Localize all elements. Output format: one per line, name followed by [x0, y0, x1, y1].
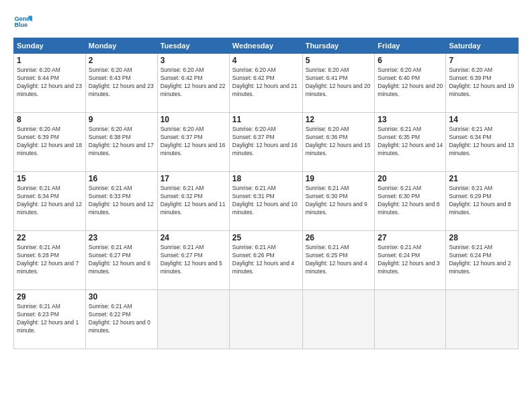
calendar-cell: 8Sunrise: 6:20 AMSunset: 6:39 PMDaylight…	[14, 113, 86, 172]
calendar-cell: 12Sunrise: 6:20 AMSunset: 6:36 PMDayligh…	[302, 113, 375, 172]
logo: General Blue	[13, 12, 35, 31]
day-detail: Sunrise: 6:20 AMSunset: 6:37 PMDaylight:…	[232, 126, 300, 158]
day-detail: Sunrise: 6:21 AMSunset: 6:28 PMDaylight:…	[17, 244, 83, 276]
calendar-cell: 11Sunrise: 6:20 AMSunset: 6:37 PMDayligh…	[229, 113, 302, 172]
day-number: 29	[17, 292, 83, 302]
day-detail: Sunrise: 6:21 AMSunset: 6:27 PMDaylight:…	[161, 244, 226, 276]
day-number: 26	[306, 233, 372, 242]
calendar-week-5: 29Sunrise: 6:21 AMSunset: 6:23 PMDayligh…	[14, 290, 519, 349]
calendar-cell: 29Sunrise: 6:21 AMSunset: 6:23 PMDayligh…	[14, 290, 86, 349]
day-number: 9	[89, 115, 154, 124]
calendar-week-1: 1Sunrise: 6:20 AMSunset: 6:44 PMDaylight…	[14, 54, 519, 113]
day-detail: Sunrise: 6:21 AMSunset: 6:25 PMDaylight:…	[306, 244, 372, 276]
header-thursday: Thursday	[302, 38, 375, 54]
day-number: 24	[161, 233, 226, 242]
day-number: 4	[232, 56, 300, 65]
calendar-cell: 2Sunrise: 6:20 AMSunset: 6:43 PMDaylight…	[85, 54, 157, 113]
day-detail: Sunrise: 6:21 AMSunset: 6:23 PMDaylight:…	[17, 303, 83, 335]
calendar-cell: 13Sunrise: 6:21 AMSunset: 6:35 PMDayligh…	[375, 113, 446, 172]
day-number: 12	[306, 115, 372, 124]
day-number: 11	[232, 115, 300, 124]
calendar-cell: 16Sunrise: 6:21 AMSunset: 6:33 PMDayligh…	[85, 172, 157, 231]
day-detail: Sunrise: 6:21 AMSunset: 6:31 PMDaylight:…	[232, 185, 300, 217]
day-number: 7	[449, 56, 515, 65]
calendar-cell: 9Sunrise: 6:20 AMSunset: 6:38 PMDaylight…	[85, 113, 157, 172]
calendar-cell: 17Sunrise: 6:21 AMSunset: 6:32 PMDayligh…	[157, 172, 229, 231]
calendar-cell	[157, 290, 229, 349]
calendar-cell: 24Sunrise: 6:21 AMSunset: 6:27 PMDayligh…	[157, 231, 229, 290]
calendar-cell: 10Sunrise: 6:20 AMSunset: 6:37 PMDayligh…	[157, 113, 229, 172]
day-detail: Sunrise: 6:21 AMSunset: 6:26 PMDaylight:…	[232, 244, 300, 276]
day-detail: Sunrise: 6:21 AMSunset: 6:34 PMDaylight:…	[17, 185, 83, 217]
day-number: 27	[378, 233, 443, 242]
calendar-cell: 7Sunrise: 6:20 AMSunset: 6:39 PMDaylight…	[446, 54, 519, 113]
weekday-header-row: Sunday Monday Tuesday Wednesday Thursday…	[14, 38, 519, 54]
day-detail: Sunrise: 6:20 AMSunset: 6:42 PMDaylight:…	[232, 66, 300, 99]
calendar-cell	[302, 290, 375, 349]
calendar-page: General Blue Sunday Monday Tuesday Wedne…	[0, 0, 532, 411]
day-number: 6	[378, 56, 443, 65]
day-number: 13	[378, 115, 443, 124]
day-number: 28	[449, 233, 515, 242]
calendar-week-4: 22Sunrise: 6:21 AMSunset: 6:28 PMDayligh…	[14, 231, 519, 290]
day-detail: Sunrise: 6:20 AMSunset: 6:36 PMDaylight:…	[306, 126, 372, 158]
day-number: 5	[306, 56, 372, 65]
calendar-cell: 3Sunrise: 6:20 AMSunset: 6:42 PMDaylight…	[157, 54, 229, 113]
header-sunday: Sunday	[14, 38, 86, 54]
calendar-week-3: 15Sunrise: 6:21 AMSunset: 6:34 PMDayligh…	[14, 172, 519, 231]
day-number: 18	[232, 174, 300, 183]
day-number: 25	[232, 233, 300, 242]
header-monday: Monday	[85, 38, 157, 54]
day-detail: Sunrise: 6:20 AMSunset: 6:39 PMDaylight:…	[17, 126, 83, 158]
calendar-cell: 25Sunrise: 6:21 AMSunset: 6:26 PMDayligh…	[229, 231, 302, 290]
day-detail: Sunrise: 6:20 AMSunset: 6:41 PMDaylight:…	[306, 66, 372, 99]
calendar-week-2: 8Sunrise: 6:20 AMSunset: 6:39 PMDaylight…	[14, 113, 519, 172]
calendar-cell	[375, 290, 446, 349]
calendar-cell: 20Sunrise: 6:21 AMSunset: 6:30 PMDayligh…	[375, 172, 446, 231]
day-detail: Sunrise: 6:20 AMSunset: 6:40 PMDaylight:…	[378, 66, 443, 99]
day-detail: Sunrise: 6:21 AMSunset: 6:30 PMDaylight:…	[306, 185, 372, 217]
day-detail: Sunrise: 6:20 AMSunset: 6:38 PMDaylight:…	[89, 126, 154, 158]
day-number: 10	[161, 115, 226, 124]
calendar-cell: 28Sunrise: 6:21 AMSunset: 6:24 PMDayligh…	[446, 231, 519, 290]
day-number: 17	[161, 174, 226, 183]
header-friday: Friday	[375, 38, 446, 54]
day-detail: Sunrise: 6:21 AMSunset: 6:33 PMDaylight:…	[89, 185, 154, 217]
calendar-cell: 23Sunrise: 6:21 AMSunset: 6:27 PMDayligh…	[85, 231, 157, 290]
day-number: 14	[449, 115, 515, 124]
day-detail: Sunrise: 6:20 AMSunset: 6:44 PMDaylight:…	[17, 66, 83, 99]
day-detail: Sunrise: 6:21 AMSunset: 6:35 PMDaylight:…	[378, 126, 443, 158]
day-detail: Sunrise: 6:21 AMSunset: 6:32 PMDaylight:…	[161, 185, 226, 217]
day-detail: Sunrise: 6:21 AMSunset: 6:24 PMDaylight:…	[449, 244, 515, 276]
day-number: 1	[17, 56, 83, 65]
day-detail: Sunrise: 6:20 AMSunset: 6:39 PMDaylight:…	[449, 66, 515, 99]
day-number: 15	[17, 174, 83, 183]
day-detail: Sunrise: 6:21 AMSunset: 6:27 PMDaylight:…	[89, 244, 154, 276]
calendar-cell: 4Sunrise: 6:20 AMSunset: 6:42 PMDaylight…	[229, 54, 302, 113]
calendar-cell: 30Sunrise: 6:21 AMSunset: 6:22 PMDayligh…	[85, 290, 157, 349]
day-number: 20	[378, 174, 443, 183]
calendar-cell: 19Sunrise: 6:21 AMSunset: 6:30 PMDayligh…	[302, 172, 375, 231]
day-number: 19	[306, 174, 372, 183]
calendar-table: Sunday Monday Tuesday Wednesday Thursday…	[13, 38, 519, 349]
header-tuesday: Tuesday	[157, 38, 229, 54]
day-detail: Sunrise: 6:21 AMSunset: 6:24 PMDaylight:…	[378, 244, 443, 276]
day-detail: Sunrise: 6:20 AMSunset: 6:42 PMDaylight:…	[161, 66, 226, 99]
calendar-cell: 18Sunrise: 6:21 AMSunset: 6:31 PMDayligh…	[229, 172, 302, 231]
day-number: 3	[161, 56, 226, 65]
header-saturday: Saturday	[446, 38, 519, 54]
header: General Blue	[13, 12, 519, 31]
calendar-cell: 6Sunrise: 6:20 AMSunset: 6:40 PMDaylight…	[375, 54, 446, 113]
svg-text:Blue: Blue	[14, 21, 28, 28]
day-number: 23	[89, 233, 154, 242]
day-number: 2	[89, 56, 154, 65]
day-detail: Sunrise: 6:21 AMSunset: 6:29 PMDaylight:…	[449, 185, 515, 217]
day-number: 30	[89, 292, 154, 302]
calendar-cell: 22Sunrise: 6:21 AMSunset: 6:28 PMDayligh…	[14, 231, 86, 290]
calendar-cell: 14Sunrise: 6:21 AMSunset: 6:34 PMDayligh…	[446, 113, 519, 172]
calendar-cell: 26Sunrise: 6:21 AMSunset: 6:25 PMDayligh…	[302, 231, 375, 290]
logo-icon: General Blue	[13, 12, 32, 31]
day-number: 21	[449, 174, 515, 183]
calendar-cell	[229, 290, 302, 349]
day-detail: Sunrise: 6:21 AMSunset: 6:30 PMDaylight:…	[378, 185, 443, 217]
